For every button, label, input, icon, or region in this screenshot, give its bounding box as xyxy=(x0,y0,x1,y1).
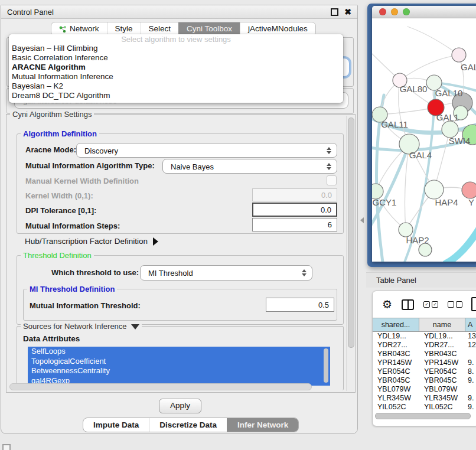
network-node-gal[interactable] xyxy=(452,48,466,62)
checked-pair-icon[interactable]: ✓✓ xyxy=(423,301,438,308)
network-edge[interactable] xyxy=(407,27,459,55)
table-row[interactable]: YIL052CYIL052C9. xyxy=(373,403,476,412)
node-label: GAL11 xyxy=(381,119,408,129)
table-row[interactable]: YLR345WYLR345W9. xyxy=(373,394,476,403)
tab-style[interactable]: Style xyxy=(107,22,141,35)
tab-jactivemnodules[interactable]: jActiveMNodules xyxy=(240,22,315,35)
dpi-tolerance-field[interactable]: 0.0 xyxy=(252,203,337,217)
stepper-icon xyxy=(302,269,307,276)
gear-icon[interactable]: ⚙ xyxy=(382,299,392,310)
table-panel-titlebar: Table Panel xyxy=(366,272,476,288)
table-row[interactable]: YBL079WYBL079W xyxy=(373,385,476,394)
algorithm-item-aracne-algorithm[interactable]: ARACNE Algorithm xyxy=(9,63,343,72)
algorithm-item-basic-correlation-inference[interactable]: Basic Correlation Inference xyxy=(9,53,343,63)
settings-horizontal-scrollbar[interactable] xyxy=(9,383,312,390)
tab-network[interactable]: Network xyxy=(51,22,107,35)
attribute-selfloops[interactable]: SelfLoops xyxy=(28,347,330,357)
minimize-light-icon[interactable] xyxy=(391,8,398,15)
table-cell: YLR345W xyxy=(373,394,419,403)
algorithm-definition-title: Algorithm Definition xyxy=(21,129,99,138)
manual-kernel-width-checkbox[interactable] xyxy=(327,175,337,185)
panel-splitter-handle[interactable] xyxy=(360,217,364,223)
close-light-icon[interactable] xyxy=(379,8,386,15)
table-cell: YDR27... xyxy=(419,341,465,350)
data-attributes-list: SelfLoopsTopologicalCoefficientBetweenne… xyxy=(28,347,330,386)
algorithm-item-bayesian-k2[interactable]: Bayesian – K2 xyxy=(9,81,343,91)
algorithm-item-dream8-dc-tdc-algorithm[interactable]: Dream8 DC_TDC Algorithm xyxy=(9,91,343,100)
tab-label: jActiveMNodules xyxy=(248,22,308,35)
which-threshold-label: Which threshold to use: xyxy=(51,268,139,277)
mi-threshold-field[interactable]: 0.5 xyxy=(266,298,334,312)
zoom-light-icon[interactable] xyxy=(403,8,410,15)
tab-cyni-toolbox[interactable]: Cyni Toolbox xyxy=(178,22,240,35)
table-header-row: shared...nameA xyxy=(373,318,476,332)
table-cell: YDL19... xyxy=(373,332,419,341)
aracne-mode-combo[interactable]: Discovery xyxy=(76,143,337,158)
table-horizontal-scrollbar[interactable] xyxy=(375,413,471,419)
table-rows: YDL19...YDL19...13YDR27...YDR27...12YBR0… xyxy=(373,332,476,416)
float-window-icon[interactable] xyxy=(331,8,338,16)
table-row[interactable]: YBR043CYBR043C xyxy=(373,350,476,358)
table-row[interactable]: YDL19...YDL19...13 xyxy=(373,332,476,341)
stepper-icon xyxy=(327,163,331,170)
table-row[interactable]: YPR145WYPR145W9. xyxy=(373,358,476,367)
table-cell: 8. xyxy=(465,367,476,376)
column-header-name[interactable]: name xyxy=(419,318,465,331)
control-panel-title: Control Panel xyxy=(7,8,331,17)
kernel-width-value: 0.0 xyxy=(321,191,332,200)
network-edge[interactable] xyxy=(446,226,476,262)
mi-algorithm-type-value: Naive Bayes xyxy=(171,162,214,171)
network-node[interactable] xyxy=(419,243,432,256)
mi-threshold-label: Mutual Information Threshold: xyxy=(30,301,141,310)
network-window-titlebar[interactable] xyxy=(372,6,476,18)
algorithm-item-mutual-information-inference[interactable]: Mutual Information Inference xyxy=(9,72,343,81)
screenshot-stage: Control Panel ✖ NetworkStyleSelectCyni T… xyxy=(0,0,476,450)
tab-label: Network xyxy=(70,22,99,35)
mi-steps-field[interactable]: 6 xyxy=(252,218,337,231)
attribute-betweennesscentrality[interactable]: BetweennessCentrality xyxy=(28,366,330,376)
mi-steps-value: 6 xyxy=(328,220,332,229)
attribute-topologicalcoefficient[interactable]: TopologicalCoefficient xyxy=(28,357,330,367)
attributes-scrollbar[interactable] xyxy=(324,348,328,383)
which-threshold-combo[interactable]: MI Threshold xyxy=(140,265,312,281)
table-toolbar: ⚙ ✓✓ xyxy=(373,291,476,318)
table-cell: YBR043C xyxy=(419,350,465,358)
network-node-y[interactable] xyxy=(462,182,476,198)
table-cell: 9. xyxy=(465,358,476,367)
which-threshold-value: MI Threshold xyxy=(148,269,193,278)
network-node-swi4[interactable] xyxy=(442,121,458,138)
table-row[interactable]: YER054CYER054C8. xyxy=(373,367,476,376)
corner-mini-button[interactable] xyxy=(2,444,11,450)
sources-toggle[interactable]: Sources for Network Inference xyxy=(21,322,142,331)
close-window-icon[interactable]: ✖ xyxy=(344,8,351,16)
bottom-tab-discretize-data[interactable]: Discretize Data xyxy=(149,418,227,432)
table-cell: YDL19... xyxy=(419,332,465,341)
table-row[interactable]: YDR27...YDR27...12 xyxy=(373,341,476,350)
algorithm-dropdown-placeholder: Select algorithm to view settings xyxy=(9,35,343,44)
document-icon[interactable] xyxy=(471,297,476,311)
aracne-mode-label: Aracne Mode: xyxy=(25,145,76,154)
node-label: Y xyxy=(468,197,474,207)
bottom-tab-infer-network[interactable]: Infer Network xyxy=(227,418,298,432)
columns-icon[interactable] xyxy=(402,299,414,310)
bottom-tabbar: Impute DataDiscretize DataInfer Network xyxy=(83,418,299,432)
column-header-a[interactable]: A xyxy=(465,318,476,331)
table-row[interactable]: YBR045CYBR045C9. xyxy=(373,376,476,385)
mi-algorithm-type-combo[interactable]: Naive Bayes xyxy=(162,159,337,174)
algorithm-item-bayesian-hill-climbing[interactable]: Bayesian – Hill Climbing xyxy=(9,44,343,53)
network-node-hap4[interactable] xyxy=(425,180,444,199)
hub-transcription-toggle[interactable]: Hub/Transcription Factor Definition xyxy=(25,237,158,246)
settings-vertical-scrollbar[interactable] xyxy=(346,116,354,391)
apply-button[interactable]: Apply xyxy=(159,399,201,413)
column-header-shared[interactable]: shared... xyxy=(373,318,419,331)
algorithm-definition-group: Algorithm Definition Aracne Mode: Discov… xyxy=(17,133,344,234)
unchecked-pair-icon[interactable] xyxy=(448,301,462,308)
kernel-width-field[interactable]: 0.0 xyxy=(252,188,337,201)
network-canvas[interactable]: GALGAL80GAL10GAL11SWI4GAL4GCY1HAP4YHAP2G… xyxy=(372,18,476,262)
network-graph[interactable]: GALGAL80GAL10GAL11SWI4GAL4GCY1HAP4YHAP2G… xyxy=(372,18,476,262)
dpi-tolerance-value: 0.0 xyxy=(321,206,331,214)
table-cell: YBR045C xyxy=(419,376,465,385)
sources-title: Sources for Network Inference xyxy=(23,322,127,331)
bottom-tab-impute-data[interactable]: Impute Data xyxy=(83,418,149,432)
tab-select[interactable]: Select xyxy=(141,22,179,35)
